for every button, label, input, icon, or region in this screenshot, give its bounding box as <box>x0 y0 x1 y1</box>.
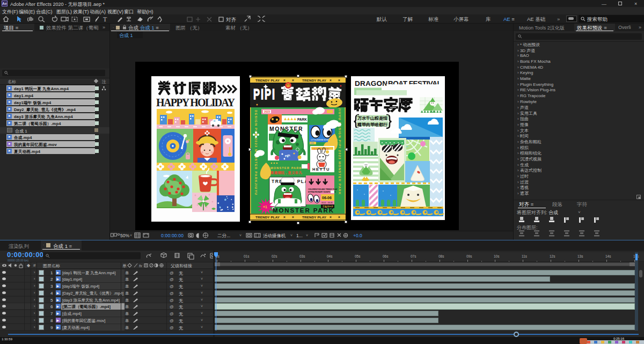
svg-text:CHILDREN FUN AND TRENDY PLAY: CHILDREN FUN AND TRENDY PLAY <box>308 188 338 191</box>
svg-text:P: P <box>253 86 260 103</box>
svg-text:糯笚肉笚啥都行: 糯笚肉笚啥都行 <box>357 122 387 127</box>
svg-text:TRENDY PLAY: TRENDY PLAY <box>255 78 280 82</box>
svg-text:2023: 2023 <box>264 110 270 113</box>
svg-text:DRAGON: DRAGON <box>355 79 387 87</box>
svg-text:×: × <box>338 78 340 82</box>
svg-text:TRENDY PLAY: TRENDY PLAY <box>302 78 327 82</box>
svg-text:×: × <box>292 215 294 219</box>
svg-text:HEYTU: HEYTU <box>312 167 330 172</box>
svg-text:LEE: LEE <box>310 142 314 144</box>
svg-text:MONSTER PARK: MONSTER PARK <box>270 166 302 170</box>
svg-text:+1: +1 <box>263 205 267 209</box>
svg-text:I: I <box>261 86 264 103</box>
svg-text:HAPPY HOLIDAY: HAPPY HOLIDAY <box>156 97 236 108</box>
svg-text:JIUYU DESIGN PIPI 2023 MONSTER: JIUYU DESIGN PIPI 2023 MONSTER PARK <box>338 108 341 195</box>
svg-text:fx: fx <box>139 264 142 268</box>
svg-text:HAVE A GOOD DAY: HAVE A GOOD DAY <box>312 148 330 150</box>
svg-text:童趣潮玩，意义非凡: 童趣潮玩，意义非凡 <box>270 171 302 175</box>
svg-text:PARK: PARK <box>297 118 307 121</box>
svg-text:×: × <box>330 215 332 219</box>
svg-text:T: T <box>103 16 107 23</box>
svg-text:对齐: 对齐 <box>226 17 237 23</box>
svg-text:TRENDY PLAY: TRENDY PLAY <box>255 215 280 219</box>
svg-text:×: × <box>283 215 286 219</box>
svg-text:×: × <box>283 78 286 82</box>
svg-text:06.01 - 06.06: 06.01 - 06.06 <box>321 202 333 204</box>
svg-text:单: 单 <box>122 264 127 268</box>
svg-text:×: × <box>330 78 332 82</box>
svg-text:I: I <box>272 86 275 103</box>
svg-text:06-06: 06-06 <box>322 196 332 200</box>
svg-text:万水千山粽是情: 万水千山粽是情 <box>357 116 387 121</box>
svg-text:×: × <box>292 78 294 82</box>
svg-text:TRENDY PLAY: TRENDY PLAY <box>302 215 327 219</box>
svg-text:MONSTER PARK: MONSTER PARK <box>273 207 335 214</box>
svg-text:×: × <box>338 215 340 219</box>
